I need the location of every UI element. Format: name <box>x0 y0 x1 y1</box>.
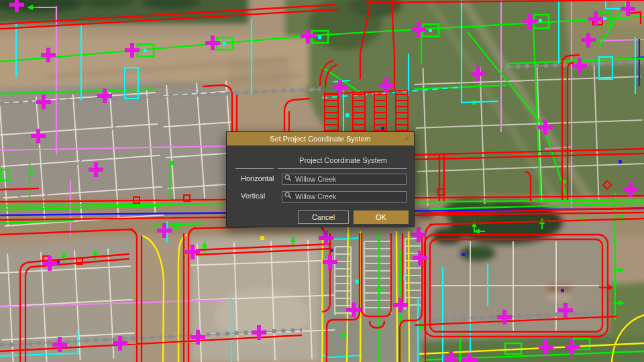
search-icon <box>284 174 292 182</box>
vertical-label: Vertical <box>241 192 265 200</box>
search-icon <box>284 192 292 199</box>
dialog-titlebar[interactable]: Set Project Coordinate System × <box>227 132 414 145</box>
divider-left <box>235 168 274 169</box>
vertical-field-wrap <box>282 190 407 201</box>
horizontal-field-wrap <box>282 172 407 184</box>
set-project-coordinate-system-dialog: Set Project Coordinate System × Project … <box>226 131 415 227</box>
app-window: Set Project Coordinate System × Project … <box>0 0 644 362</box>
cancel-button[interactable]: Cancel <box>298 210 349 224</box>
dialog-title: Set Project Coordinate System <box>270 132 370 145</box>
horizontal-label: Horizontal <box>241 174 274 182</box>
divider-right <box>278 168 407 169</box>
section-header: Project Coordinate System <box>280 156 406 164</box>
horizontal-input[interactable] <box>282 174 407 185</box>
vertical-input[interactable] <box>282 191 407 202</box>
close-icon[interactable]: × <box>405 132 409 145</box>
ok-button[interactable]: OK <box>354 210 409 224</box>
